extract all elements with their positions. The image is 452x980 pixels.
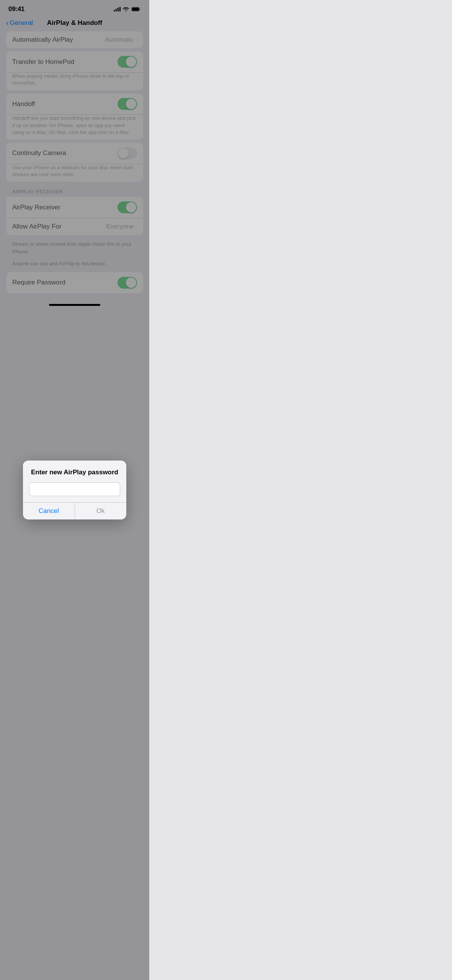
dialog-overlay: Enter new AirPlay password Cancel Ok	[0, 0, 149, 323]
